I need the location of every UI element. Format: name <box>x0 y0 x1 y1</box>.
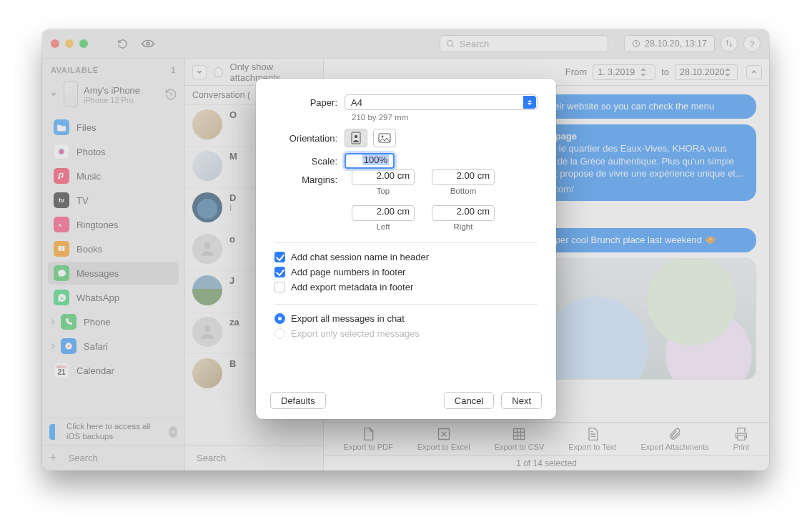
print-button[interactable]: Print <box>733 427 750 451</box>
window-controls <box>51 39 88 48</box>
checkbox-checked-icon[interactable] <box>274 252 285 262</box>
option-metadata-checkbox-row[interactable]: Add export metadata in footer <box>274 282 538 292</box>
help-button[interactable]: ? <box>743 35 761 52</box>
svg-rect-18 <box>514 428 525 439</box>
message-bubble: is super cool Brunch place last weekend … <box>528 228 756 252</box>
device-row[interactable]: Amy's iPhone iPhone 12 Pro <box>42 79 184 114</box>
csv-icon <box>512 427 526 441</box>
device-icon <box>64 82 78 107</box>
paper-select[interactable]: A4 <box>345 94 538 110</box>
stepper-icon[interactable] <box>725 64 733 80</box>
sidebar-item-ringtones[interactable]: Ringtones <box>48 213 179 236</box>
device-name: Amy's iPhone <box>84 85 140 96</box>
sidebar-item-phone[interactable]: Phone <box>48 310 179 333</box>
checkbox-icon[interactable] <box>274 282 285 292</box>
sidebar-bottom: + <box>42 445 184 471</box>
phone-icon <box>61 314 76 330</box>
margin-bottom-input[interactable]: 2.00 cm <box>432 169 495 185</box>
sidebar-item-files[interactable]: Files <box>48 116 179 139</box>
close-icon[interactable]: × <box>169 426 177 438</box>
landscape-icon <box>378 133 391 143</box>
sidebar-item-calendar[interactable]: MON21Calendar <box>48 359 179 382</box>
attachments-checkbox[interactable] <box>214 67 223 77</box>
snapshot-date[interactable]: 28.10.20, 13:17 <box>624 35 715 52</box>
sidebar-item-whatsapp[interactable]: WhatsApp <box>48 286 179 309</box>
stepper-icon[interactable] <box>640 64 650 80</box>
cancel-button[interactable]: Cancel <box>444 392 494 409</box>
export-text-button[interactable]: Export to Text <box>568 427 616 451</box>
sidebar-item-messages[interactable]: Messages <box>48 262 179 285</box>
clock-icon <box>632 39 640 48</box>
export-toolbar: Export to PDF Export to Excel Export to … <box>324 422 769 455</box>
margin-right-input[interactable]: 2.00 cm <box>432 205 495 221</box>
margin-left-input[interactable]: 2.00 cm <box>352 205 415 221</box>
close-button[interactable] <box>51 39 59 48</box>
sidebar-item-photos[interactable]: Photos <box>48 140 179 163</box>
export-csv-button[interactable]: Export to CSV <box>495 427 545 451</box>
sidebar-item-safari[interactable]: Safari <box>48 335 179 358</box>
paper-label: Paper: <box>274 97 345 108</box>
avatar <box>192 109 222 139</box>
scale-input[interactable]: 100% <box>345 153 395 169</box>
text-icon <box>585 427 600 441</box>
conversation-search-input[interactable] <box>197 453 317 463</box>
portrait-icon <box>351 132 361 144</box>
date-to-field[interactable]: 28.10.2020 <box>675 64 738 80</box>
sidebar-search-input[interactable] <box>69 450 189 466</box>
margin-right-label: Right <box>432 222 495 231</box>
next-button[interactable]: Next <box>501 392 542 409</box>
paper-value: A4 <box>351 97 362 108</box>
collapse-button[interactable] <box>746 65 762 79</box>
margin-top-input[interactable]: 2.00 cm <box>352 169 415 185</box>
paper-dimensions: 210 by 297 mm <box>352 113 538 122</box>
zoom-button[interactable] <box>79 39 88 48</box>
history-icon[interactable] <box>164 88 177 101</box>
defaults-button[interactable]: Defaults <box>270 392 326 409</box>
message-bubble: omepage dans le quartier des Eaux-Vives,… <box>528 124 756 202</box>
export-scope-all[interactable]: Export all messages in chat <box>274 313 538 324</box>
svg-point-0 <box>147 42 149 45</box>
avatar <box>192 275 222 305</box>
sort-button[interactable] <box>192 65 207 79</box>
svg-point-1 <box>447 40 453 46</box>
export-pdf-button[interactable]: Export to PDF <box>344 427 393 451</box>
radio-selected-icon[interactable] <box>274 313 285 324</box>
option-header-checkbox-row[interactable]: Add chat session name in header <box>274 252 538 262</box>
sidebar-item-books[interactable]: Books <box>48 237 179 260</box>
sidebar-item-music[interactable]: Music <box>48 164 179 187</box>
books-icon <box>54 241 69 257</box>
finder-icon <box>49 424 61 440</box>
minimize-button[interactable] <box>65 39 74 48</box>
orientation-portrait[interactable] <box>345 129 367 147</box>
orientation-landscape[interactable] <box>373 129 396 147</box>
view-button[interactable] <box>138 36 158 51</box>
message-image[interactable] <box>542 258 756 380</box>
backups-hint[interactable]: Click here to access all iOS backups × <box>42 418 184 445</box>
export-excel-button[interactable]: Export to Excel <box>417 427 470 451</box>
messages-icon <box>54 265 69 281</box>
global-search[interactable]: Search <box>440 35 608 52</box>
music-icon <box>54 168 69 184</box>
safari-icon <box>61 338 76 354</box>
checkbox-checked-icon[interactable] <box>274 267 285 277</box>
search-icon <box>446 39 455 49</box>
conversation-search[interactable] <box>185 445 323 471</box>
export-attachments-button[interactable]: Export Attachments <box>640 427 708 451</box>
option-pagenum-checkbox-row[interactable]: Add page numbers in footer <box>274 267 538 277</box>
svg-point-20 <box>355 135 357 138</box>
add-button[interactable]: + <box>49 450 57 466</box>
folder-icon <box>54 119 69 135</box>
avatar <box>192 358 222 388</box>
sidebar-section-label: AVAILABLE <box>51 66 99 74</box>
avatar <box>192 151 222 181</box>
sidebar-section-count: 1 <box>171 66 176 74</box>
device-model: iPhone 12 Pro <box>84 96 140 104</box>
refresh-button[interactable] <box>112 36 132 51</box>
margins-label: Margins: <box>274 174 345 185</box>
avatar <box>192 192 222 222</box>
scale-label: Scale: <box>274 156 345 167</box>
transfers-button[interactable] <box>721 35 738 52</box>
calendar-icon: MON21 <box>54 363 69 378</box>
date-from-field[interactable]: 1. 3.2019 <box>593 64 655 80</box>
sidebar-item-tv[interactable]: tvTV <box>48 189 179 212</box>
